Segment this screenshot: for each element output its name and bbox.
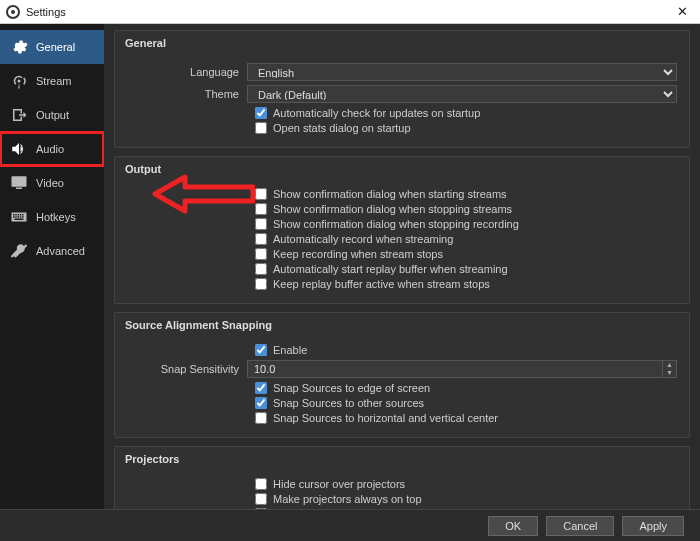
- sidebar-item-general[interactable]: General: [0, 30, 104, 64]
- sidebar-item-label: Audio: [36, 143, 64, 155]
- monitor-icon: [10, 174, 28, 192]
- output-icon: [10, 106, 28, 124]
- keep-recording-label: Keep recording when stream stops: [273, 248, 443, 260]
- cancel-button[interactable]: Cancel: [546, 516, 614, 536]
- snap-enable-label: Enable: [273, 344, 307, 356]
- confirm-record-stop-label: Show confirmation dialog when stopping r…: [273, 218, 519, 230]
- section-title: Output: [115, 157, 689, 181]
- footer: OK Cancel Apply: [0, 509, 700, 541]
- auto-record-label: Automatically record when streaming: [273, 233, 453, 245]
- section-title: Projectors: [115, 447, 689, 471]
- stepper-down-icon[interactable]: ▼: [663, 369, 676, 377]
- open-stats-checkbox[interactable]: [255, 122, 267, 134]
- auto-replay-checkbox[interactable]: [255, 263, 267, 275]
- sidebar-item-advanced[interactable]: Advanced: [0, 234, 104, 268]
- language-select[interactable]: English: [247, 63, 677, 81]
- sidebar-item-stream[interactable]: Stream: [0, 64, 104, 98]
- save-exit-checkbox[interactable]: [255, 508, 267, 509]
- stepper-up-icon[interactable]: ▲: [663, 361, 676, 369]
- auto-record-checkbox[interactable]: [255, 233, 267, 245]
- snap-center-label: Snap Sources to horizontal and vertical …: [273, 412, 498, 424]
- snap-other-checkbox[interactable]: [255, 397, 267, 409]
- keep-replay-label: Keep replay buffer active when stream st…: [273, 278, 490, 290]
- auto-update-label: Automatically check for updates on start…: [273, 107, 480, 119]
- snap-sensitivity-label: Snap Sensitivity: [127, 363, 247, 375]
- sidebar-item-label: General: [36, 41, 75, 53]
- keyboard-icon: [10, 208, 28, 226]
- broadcast-icon: [10, 72, 28, 90]
- sidebar-item-audio[interactable]: Audio: [0, 132, 104, 166]
- content-pane: General Language English Theme Dark (Def…: [104, 24, 700, 509]
- window-title: Settings: [26, 6, 66, 18]
- keep-replay-checkbox[interactable]: [255, 278, 267, 290]
- snap-other-label: Snap Sources to other sources: [273, 397, 424, 409]
- always-top-checkbox[interactable]: [255, 493, 267, 505]
- sidebar-item-label: Output: [36, 109, 69, 121]
- sidebar-item-video[interactable]: Video: [0, 166, 104, 200]
- gear-icon: [10, 38, 28, 56]
- theme-label: Theme: [127, 88, 247, 100]
- section-projectors: Projectors Hide cursor over projectors M…: [114, 446, 690, 509]
- close-icon[interactable]: ✕: [671, 4, 694, 19]
- hide-cursor-label: Hide cursor over projectors: [273, 478, 405, 490]
- confirm-stop-checkbox[interactable]: [255, 203, 267, 215]
- hide-cursor-checkbox[interactable]: [255, 478, 267, 490]
- confirm-start-checkbox[interactable]: [255, 188, 267, 200]
- titlebar: Settings ✕: [0, 0, 700, 24]
- confirm-start-label: Show confirmation dialog when starting s…: [273, 188, 507, 200]
- section-title: General: [115, 31, 689, 55]
- theme-select[interactable]: Dark (Default): [247, 85, 677, 103]
- always-top-label: Make projectors always on top: [273, 493, 422, 505]
- snap-sensitivity-input[interactable]: [247, 360, 663, 378]
- snap-edge-checkbox[interactable]: [255, 382, 267, 394]
- confirm-stop-label: Show confirmation dialog when stopping s…: [273, 203, 512, 215]
- snap-enable-checkbox[interactable]: [255, 344, 267, 356]
- save-exit-label: Save projectors on exit: [273, 508, 385, 509]
- sidebar-item-label: Advanced: [36, 245, 85, 257]
- open-stats-label: Open stats dialog on startup: [273, 122, 411, 134]
- section-output: Output Show confirmation dialog when sta…: [114, 156, 690, 304]
- sidebar: General Stream Output Audio Video Hotkey…: [0, 24, 104, 509]
- snap-center-checkbox[interactable]: [255, 412, 267, 424]
- tools-icon: [10, 242, 28, 260]
- language-label: Language: [127, 66, 247, 78]
- section-title: Source Alignment Snapping: [115, 313, 689, 337]
- ok-button[interactable]: OK: [488, 516, 538, 536]
- sidebar-item-output[interactable]: Output: [0, 98, 104, 132]
- confirm-record-stop-checkbox[interactable]: [255, 218, 267, 230]
- keep-recording-checkbox[interactable]: [255, 248, 267, 260]
- section-general: General Language English Theme Dark (Def…: [114, 30, 690, 148]
- speaker-icon: [10, 140, 28, 158]
- auto-update-checkbox[interactable]: [255, 107, 267, 119]
- sidebar-item-label: Video: [36, 177, 64, 189]
- auto-replay-label: Automatically start replay buffer when s…: [273, 263, 508, 275]
- sidebar-item-label: Stream: [36, 75, 71, 87]
- section-snapping: Source Alignment Snapping Enable Snap Se…: [114, 312, 690, 438]
- app-icon: [6, 5, 20, 19]
- apply-button[interactable]: Apply: [622, 516, 684, 536]
- snap-edge-label: Snap Sources to edge of screen: [273, 382, 430, 394]
- sidebar-item-hotkeys[interactable]: Hotkeys: [0, 200, 104, 234]
- sidebar-item-label: Hotkeys: [36, 211, 76, 223]
